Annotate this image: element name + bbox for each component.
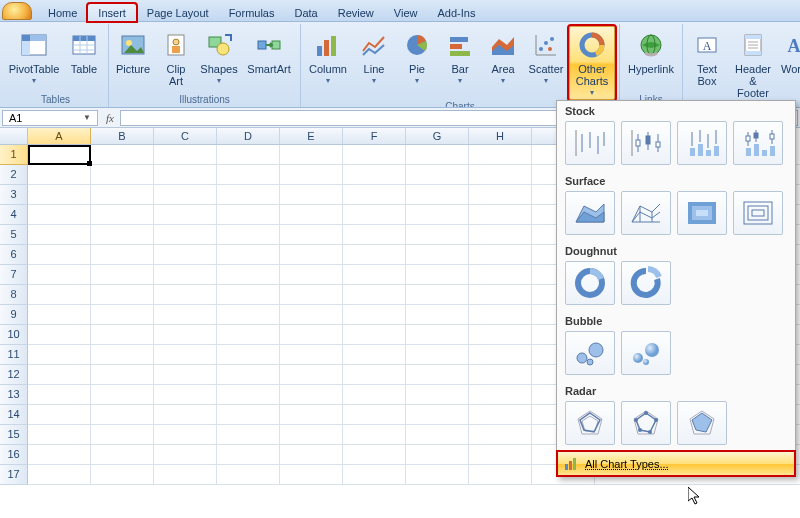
cell[interactable] [217, 165, 280, 184]
cell[interactable] [280, 305, 343, 324]
bubble-chart[interactable] [565, 331, 615, 375]
cell[interactable] [28, 225, 91, 244]
cell[interactable] [469, 465, 532, 484]
row-header[interactable]: 4 [0, 205, 28, 225]
cell[interactable] [217, 345, 280, 364]
cell[interactable] [91, 345, 154, 364]
tab-addins[interactable]: Add-Ins [427, 4, 485, 21]
cell[interactable] [28, 425, 91, 444]
other-charts-button[interactable]: Other Charts ▾ [569, 26, 615, 100]
radar-filled[interactable] [677, 401, 727, 445]
cell[interactable] [217, 425, 280, 444]
table-button[interactable]: Table [64, 26, 104, 93]
cell[interactable] [28, 345, 91, 364]
cell[interactable] [406, 385, 469, 404]
cell[interactable] [406, 365, 469, 384]
textbox-button[interactable]: A Text Box [687, 26, 727, 100]
cell[interactable] [469, 205, 532, 224]
row-header[interactable]: 6 [0, 245, 28, 265]
radar-chart[interactable] [565, 401, 615, 445]
cell[interactable] [280, 185, 343, 204]
cell[interactable] [91, 165, 154, 184]
cell[interactable] [280, 345, 343, 364]
cell[interactable] [343, 445, 406, 464]
cell[interactable] [217, 185, 280, 204]
cell[interactable] [280, 425, 343, 444]
tab-review[interactable]: Review [328, 4, 384, 21]
cell[interactable] [469, 405, 532, 424]
cell[interactable] [343, 165, 406, 184]
cell[interactable] [406, 185, 469, 204]
cell[interactable] [469, 145, 532, 164]
column-header[interactable]: F [343, 128, 406, 144]
bar-chart-button[interactable]: Bar ▾ [440, 26, 480, 100]
row-header[interactable]: 8 [0, 285, 28, 305]
headerfooter-button[interactable]: Header & Footer [730, 26, 776, 100]
dropdown-icon[interactable]: ▼ [83, 113, 91, 122]
cell[interactable] [28, 185, 91, 204]
tab-home[interactable]: Home [38, 4, 87, 21]
cell[interactable] [28, 445, 91, 464]
tab-view[interactable]: View [384, 4, 428, 21]
cell[interactable] [343, 305, 406, 324]
row-header[interactable]: 14 [0, 405, 28, 425]
cell[interactable] [217, 305, 280, 324]
cell[interactable] [28, 285, 91, 304]
fx-icon[interactable]: fx [100, 112, 120, 124]
cell[interactable] [469, 385, 532, 404]
row-header[interactable]: 10 [0, 325, 28, 345]
column-header[interactable]: B [91, 128, 154, 144]
clipart-button[interactable]: Clip Art [156, 26, 196, 93]
all-chart-types-button[interactable]: All Chart Types... [557, 451, 795, 476]
stock-chart-ohlc[interactable] [621, 121, 671, 165]
cell[interactable] [406, 205, 469, 224]
cell[interactable] [343, 145, 406, 164]
cell[interactable] [217, 385, 280, 404]
cell[interactable] [343, 365, 406, 384]
cell[interactable] [217, 245, 280, 264]
pie-chart-button[interactable]: Pie ▾ [397, 26, 437, 100]
cell[interactable] [406, 445, 469, 464]
cell[interactable] [280, 405, 343, 424]
cell[interactable] [217, 365, 280, 384]
surface-3d[interactable] [565, 191, 615, 235]
column-chart-button[interactable]: Column ▾ [305, 26, 351, 100]
cell[interactable] [154, 285, 217, 304]
cell[interactable] [469, 165, 532, 184]
cell[interactable] [406, 425, 469, 444]
cell[interactable] [406, 165, 469, 184]
row-header[interactable]: 17 [0, 465, 28, 485]
cell[interactable] [154, 345, 217, 364]
cell[interactable] [154, 425, 217, 444]
cell[interactable] [217, 445, 280, 464]
cell[interactable] [280, 165, 343, 184]
cell[interactable] [154, 225, 217, 244]
cell[interactable] [91, 225, 154, 244]
cell[interactable] [343, 325, 406, 344]
cell[interactable] [154, 385, 217, 404]
cell[interactable] [154, 325, 217, 344]
cell[interactable] [154, 145, 217, 164]
picture-button[interactable]: Picture [113, 26, 153, 93]
cell[interactable] [91, 285, 154, 304]
smartart-button[interactable]: SmartArt [242, 26, 296, 93]
tab-data[interactable]: Data [284, 4, 327, 21]
doughnut-exploded[interactable] [621, 261, 671, 305]
cell[interactable] [91, 265, 154, 284]
wordart-button[interactable]: A Word [779, 26, 800, 100]
cell[interactable] [280, 325, 343, 344]
cell[interactable] [406, 145, 469, 164]
cell[interactable] [280, 465, 343, 484]
cell[interactable] [469, 245, 532, 264]
column-header[interactable]: E [280, 128, 343, 144]
cell[interactable] [280, 205, 343, 224]
stock-chart-vohlc[interactable] [733, 121, 783, 165]
cell[interactable] [280, 365, 343, 384]
cell[interactable] [469, 445, 532, 464]
column-header[interactable]: C [154, 128, 217, 144]
cell[interactable] [406, 465, 469, 484]
cell[interactable] [217, 265, 280, 284]
pivottable-button[interactable]: PivotTable ▾ [7, 26, 61, 93]
cell[interactable] [469, 345, 532, 364]
cell[interactable] [406, 245, 469, 264]
